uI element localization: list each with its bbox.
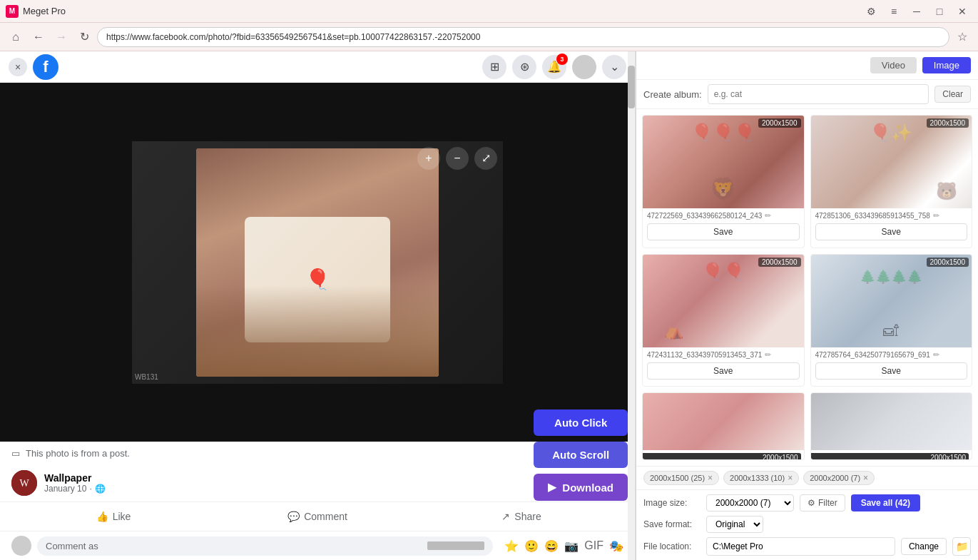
file-location-input[interactable] (706, 537, 895, 556)
image-thumbnail[interactable]: 🌲🌲🌲🌲 🛋 (811, 255, 972, 347)
download-icon: ▶ (548, 481, 556, 494)
folder-icon-button[interactable]: 📁 (952, 537, 971, 556)
fullscreen-button[interactable]: ⤢ (474, 147, 497, 170)
maximize-button[interactable]: □ (929, 4, 949, 19)
bookmark-button[interactable]: ☆ (952, 27, 972, 47)
main-photo: 🎈 (196, 148, 439, 377)
gif-icon[interactable]: GIF (584, 539, 603, 553)
title-bar-left: M Meget Pro (6, 5, 66, 18)
image-dimensions: 2000x1500 (758, 258, 801, 267)
author-info: Wallpaper January 10 · 🌐 (44, 472, 106, 494)
scroll-track[interactable] (628, 51, 635, 560)
comment-button[interactable]: 💬 Comment (215, 505, 419, 528)
like-icon: 👍 (96, 511, 108, 522)
share-button[interactable]: ↗ Share (419, 505, 623, 528)
auto-click-button[interactable]: Auto Click (534, 409, 628, 436)
partial-thumbnail[interactable] (643, 393, 804, 450)
sticker-icon[interactable]: 🎭 (609, 539, 623, 553)
save-all-button[interactable]: Save all (42) (851, 494, 920, 511)
title-bar-right: ⚙ ≡ ─ □ ✕ (861, 4, 972, 19)
save-image-button[interactable]: Save (815, 223, 968, 240)
save-format-label: Save format: (643, 519, 701, 529)
save-image-button[interactable]: Save (647, 362, 800, 380)
right-panel: Video Image Create album: Clear 🎈🎈🎈 🦁 20… (636, 51, 978, 560)
share-label: Share (514, 511, 541, 522)
camera-icon[interactable]: 📷 (564, 539, 579, 553)
comment-input-wrap[interactable]: Comment as (37, 536, 493, 556)
image-thumbnail[interactable]: 🎈🎈 ⛺ (643, 255, 804, 347)
image-thumb-wrap: 🎈🎈 ⛺ 2000x1500 (643, 255, 804, 347)
close-button[interactable]: ✕ (952, 4, 972, 19)
minimize-button[interactable]: ─ (907, 4, 927, 19)
partial-thumbnail[interactable] (811, 393, 972, 450)
save-format-select[interactable]: OriginalJPGPNGWebP (706, 516, 763, 533)
scroll-thumb[interactable] (628, 66, 635, 108)
photo-placeholder: 🎈 + − ⤢ WB131 (132, 141, 503, 384)
image-thumbnail[interactable]: 🎈✨ 🐻 (811, 116, 972, 208)
refresh-button[interactable]: ↻ (74, 27, 94, 47)
panel-tab-buttons: Video Image (636, 51, 978, 80)
edit-icon[interactable]: ✏ (933, 211, 939, 220)
settings-button[interactable]: ⚙ (861, 4, 881, 19)
comment-icons: ⭐ 🙂 😄 📷 GIF 🎭 (504, 539, 623, 553)
fb-topbar-right: ⊞ ⊛ 🔔 3 ⌄ (482, 55, 626, 79)
edit-icon[interactable]: ✏ (933, 350, 939, 360)
commenter-name-blurred (427, 541, 484, 550)
album-input[interactable] (708, 84, 929, 104)
image-grid: 🎈🎈🎈 🦁 2000x1500 472722569_63343966258012… (636, 109, 978, 392)
auto-scroll-button[interactable]: Auto Scroll (534, 442, 628, 468)
tag-remove-button[interactable]: × (863, 473, 868, 483)
change-location-button[interactable]: Change (901, 538, 947, 555)
save-image-button[interactable]: Save (815, 362, 968, 380)
app-title: Meget Pro (23, 6, 66, 16)
image-card-info: 472785764_634250779165679_691 ✏ Save (811, 347, 972, 382)
save-image-button[interactable]: Save (647, 223, 800, 240)
photo-close-button[interactable]: × (9, 58, 27, 76)
image-thumbnail[interactable]: 🎈🎈🎈 🦁 (643, 116, 804, 208)
zoom-out-button[interactable]: − (446, 147, 469, 170)
tag-label: 2000x1500 (25) (650, 474, 705, 482)
image-thumb-wrap: 🌲🌲🌲🌲 🛋 2000x1500 (811, 255, 972, 347)
image-tab-button[interactable]: Image (922, 57, 971, 73)
grid-icon-button[interactable]: ⊞ (482, 55, 506, 79)
edit-icon[interactable]: ✏ (765, 350, 771, 360)
emoji-smile-icon[interactable]: 🙂 (524, 539, 539, 553)
image-size-label: Image size: (643, 498, 701, 508)
image-size-select[interactable]: 2000x1500 (25)2000x1333 (10)2000x2000 (7… (706, 494, 794, 511)
image-card: 🎈🎈 ⛺ 2000x1500 472431132_633439705913453… (642, 254, 805, 387)
back-button[interactable]: ← (29, 27, 49, 47)
image-thumb-wrap: 🎈✨ 🐻 2000x1500 (811, 116, 972, 208)
tag-chip: 2000x2000 (7) × (803, 471, 875, 485)
tag-remove-button[interactable]: × (788, 473, 793, 483)
image-card-info: 472431132_633439705913453_371 ✏ Save (643, 347, 804, 382)
notification-icon-button[interactable]: 🔔 3 (542, 55, 566, 79)
notification-badge: 3 (556, 54, 568, 65)
fb-chevron-button[interactable]: ⌄ (602, 55, 626, 79)
image-dimensions: 2000x1500 (927, 258, 969, 267)
tag-remove-button[interactable]: × (708, 473, 713, 483)
menu-button[interactable]: ≡ (884, 4, 904, 19)
commenter-avatar (11, 536, 31, 556)
emoji-icon[interactable]: ⭐ (504, 539, 519, 553)
zoom-in-button[interactable]: + (417, 147, 440, 170)
like-button[interactable]: 👍 Like (11, 505, 215, 528)
title-bar: M Meget Pro ⚙ ≡ ─ □ ✕ (0, 0, 978, 23)
video-tab-button[interactable]: Video (870, 57, 917, 73)
partial-image-strip: 2000x1500 2000x1500 (636, 392, 978, 466)
edit-icon[interactable]: ✏ (765, 211, 771, 220)
download-button[interactable]: ▶ Download (534, 474, 628, 501)
partial-image-card: 2000x1500 (810, 392, 973, 460)
clear-button[interactable]: Clear (934, 86, 971, 103)
home-button[interactable]: ⌂ (6, 27, 26, 47)
image-filename: 472722569_633439662580124_243 ✏ (647, 211, 800, 220)
share-icon: ↗ (501, 511, 510, 522)
fb-logo: f (33, 54, 58, 80)
emoji-happy-icon[interactable]: 😄 (544, 539, 559, 553)
address-bar[interactable] (97, 27, 949, 47)
messenger-icon-button[interactable]: ⊛ (512, 55, 536, 79)
floating-buttons: Auto Click Auto Scroll ▶ Download (534, 409, 628, 501)
forward-button[interactable]: → (51, 27, 71, 47)
filter-button[interactable]: ⚙ Filter (800, 494, 845, 511)
author-left: W Wallpaper January 10 · 🌐 (11, 470, 106, 496)
photo-area: 🎈 + − ⤢ WB131 (0, 83, 635, 442)
